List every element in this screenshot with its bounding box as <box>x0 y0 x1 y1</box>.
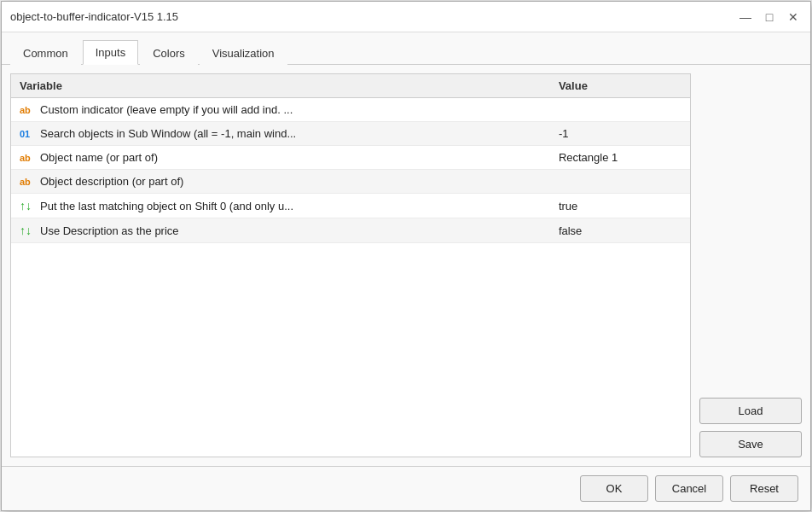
col-variable-header: Variable <box>11 74 550 98</box>
variable-cell: abObject description (or part of) <box>11 170 550 194</box>
variable-cell: abCustom indicator (leave empty if you w… <box>11 98 550 122</box>
footer: OK Cancel Reset <box>2 466 810 510</box>
table-row[interactable]: 01Search objects in Sub Window (all = -1… <box>11 122 690 146</box>
minimize-button[interactable]: — <box>737 9 754 26</box>
value-cell <box>550 170 690 194</box>
variable-cell: abObject name (or part of) <box>11 146 550 170</box>
table-row[interactable]: abCustom indicator (leave empty if you w… <box>11 98 690 122</box>
type-badge: ab <box>20 177 35 187</box>
tab-bar: Common Inputs Colors Visualization <box>2 32 810 65</box>
value-cell: false <box>550 218 690 243</box>
type-badge: ↑↓ <box>20 199 35 212</box>
value-cell: Rectangle 1 <box>550 146 690 170</box>
value-cell: -1 <box>550 122 690 146</box>
variables-table: Variable Value abCustom indicator (leave… <box>11 74 690 243</box>
variable-name: Use Description as the price <box>40 224 179 237</box>
table-row[interactable]: abObject name (or part of)Rectangle 1 <box>11 146 690 170</box>
load-button[interactable]: Load <box>699 398 802 424</box>
variable-name: Object description (or part of) <box>40 175 183 188</box>
table-row[interactable]: abObject description (or part of) <box>11 170 690 194</box>
type-badge: ab <box>20 153 35 163</box>
window-controls: — □ ✕ <box>737 9 802 26</box>
tab-visualization[interactable]: Visualization <box>200 41 287 65</box>
type-badge: ↑↓ <box>20 224 35 237</box>
tab-colors[interactable]: Colors <box>140 41 198 65</box>
title-bar: object-to-buffer-indicator-V15 1.15 — □ … <box>2 2 810 32</box>
reset-button[interactable]: Reset <box>730 475 798 502</box>
col-value-header: Value <box>550 74 690 98</box>
tab-common[interactable]: Common <box>10 41 81 65</box>
variable-name: Custom indicator (leave empty if you wil… <box>40 103 293 116</box>
close-button[interactable]: ✕ <box>785 9 802 26</box>
type-badge: ab <box>20 105 35 115</box>
content-area: Variable Value abCustom indicator (leave… <box>2 65 810 466</box>
main-window: object-to-buffer-indicator-V15 1.15 — □ … <box>1 1 811 511</box>
value-cell: true <box>550 194 690 218</box>
table-row[interactable]: ↑↓Put the last matching object on Shift … <box>11 194 690 218</box>
maximize-button[interactable]: □ <box>761 9 778 26</box>
variable-cell: 01Search objects in Sub Window (all = -1… <box>11 122 550 146</box>
variable-name: Object name (or part of) <box>40 151 158 164</box>
type-badge: 01 <box>20 129 35 139</box>
window-title: object-to-buffer-indicator-V15 1.15 <box>10 10 178 23</box>
variable-name: Search objects in Sub Window (all = -1, … <box>40 127 296 140</box>
table-header-row: Variable Value <box>11 74 690 98</box>
variable-cell: ↑↓Use Description as the price <box>11 218 550 243</box>
variable-cell: ↑↓Put the last matching object on Shift … <box>11 194 550 218</box>
value-cell <box>550 98 690 122</box>
main-panel: Variable Value abCustom indicator (leave… <box>2 65 699 466</box>
variables-table-container: Variable Value abCustom indicator (leave… <box>10 73 691 457</box>
save-button[interactable]: Save <box>699 431 802 457</box>
variable-name: Put the last matching object on Shift 0 … <box>40 200 293 212</box>
tab-inputs[interactable]: Inputs <box>83 40 138 65</box>
right-panel: Load Save <box>699 65 810 466</box>
table-row[interactable]: ↑↓Use Description as the pricefalse <box>11 218 690 243</box>
cancel-button[interactable]: Cancel <box>655 475 723 502</box>
ok-button[interactable]: OK <box>580 475 648 502</box>
